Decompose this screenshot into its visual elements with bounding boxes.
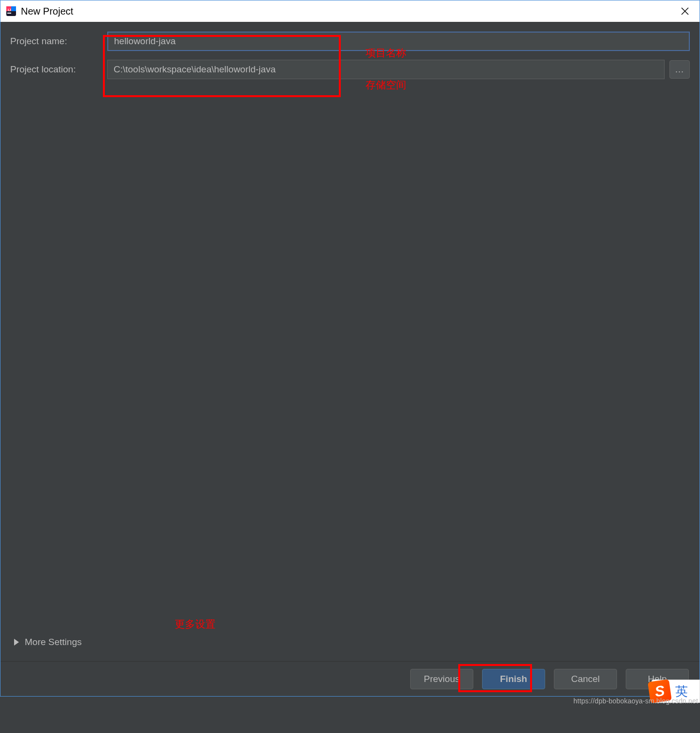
more-settings-label: More Settings xyxy=(25,637,82,648)
browse-button[interactable]: ... xyxy=(669,60,690,79)
svg-rect-3 xyxy=(7,13,11,14)
cancel-button[interactable]: Cancel xyxy=(554,669,617,689)
project-location-row: Project location: ... xyxy=(10,60,690,79)
previous-button[interactable]: Previous xyxy=(410,669,473,689)
titlebar: IJ New Project xyxy=(0,0,700,22)
new-project-dialog: IJ New Project Project name: Project loc… xyxy=(0,0,700,697)
project-location-input[interactable] xyxy=(107,60,665,79)
window-title: New Project xyxy=(21,6,73,17)
svg-text:IJ: IJ xyxy=(8,8,11,12)
intellij-icon: IJ xyxy=(5,5,17,17)
project-name-label: Project name: xyxy=(10,36,102,47)
button-bar: Previous Finish Cancel Help xyxy=(0,661,700,696)
svg-rect-2 xyxy=(11,6,16,11)
dialog-content: Project name: Project location: ... More… xyxy=(0,22,700,661)
titlebar-left: IJ New Project xyxy=(5,5,73,17)
project-name-input[interactable] xyxy=(107,32,690,51)
expand-icon xyxy=(14,639,19,646)
watermark-text: https://dpb-bobokaoya-sm.blog.csdn.net xyxy=(573,697,698,705)
more-settings-toggle[interactable]: More Settings xyxy=(14,637,82,648)
project-location-label: Project location: xyxy=(10,64,102,75)
finish-button[interactable]: Finish xyxy=(482,669,545,689)
close-icon xyxy=(681,7,689,15)
project-name-row: Project name: xyxy=(10,32,690,51)
close-button[interactable] xyxy=(675,1,695,21)
